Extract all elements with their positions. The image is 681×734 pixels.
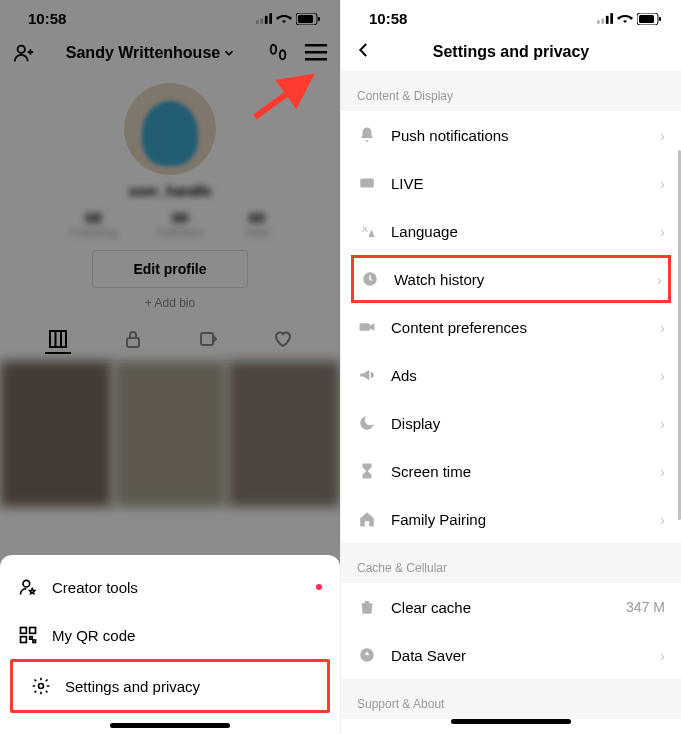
profile-header: Sandy Writtenhouse: [0, 33, 340, 73]
chevron-right-icon: ›: [660, 463, 665, 480]
chevron-right-icon: ›: [660, 127, 665, 144]
battery-icon: [296, 13, 320, 25]
row-ads[interactable]: Ads ›: [341, 351, 681, 399]
chevron-right-icon: ›: [660, 415, 665, 432]
avatar[interactable]: [124, 83, 216, 175]
content-tabs: [0, 330, 340, 361]
add-user-icon[interactable]: [12, 41, 36, 65]
video-thumbnail[interactable]: [114, 361, 226, 507]
svg-rect-13: [50, 331, 66, 347]
svg-rect-2: [265, 16, 268, 24]
svg-rect-6: [318, 17, 320, 21]
signal-icon: [256, 13, 272, 24]
svg-rect-3: [269, 13, 272, 24]
video-thumbnail[interactable]: [0, 361, 112, 507]
home-indicator: [110, 723, 230, 728]
person-star-icon: [18, 577, 38, 597]
row-family-pairing[interactable]: Family Pairing ›: [341, 495, 681, 543]
menu-sheet: Creator tools My QR code Settings and pr…: [0, 555, 340, 734]
row-screen-time[interactable]: Screen time ›: [341, 447, 681, 495]
row-data-saver[interactable]: Data Saver ›: [341, 631, 681, 679]
row-label: LIVE: [391, 175, 424, 192]
chevron-right-icon: ›: [657, 271, 662, 288]
add-bio-button[interactable]: + Add bio: [145, 296, 195, 310]
cache-size: 347 M: [626, 599, 665, 615]
svg-rect-35: [360, 323, 371, 331]
live-icon: [357, 174, 377, 192]
svg-rect-29: [610, 13, 613, 24]
signal-icon: [597, 13, 613, 24]
svg-rect-27: [601, 19, 604, 24]
status-time: 10:58: [369, 10, 407, 27]
row-label: Ads: [391, 367, 417, 384]
section-support-about: Support & About: [341, 679, 681, 719]
trash-icon: [357, 598, 377, 616]
tab-grid[interactable]: [45, 330, 71, 354]
tab-private[interactable]: [120, 330, 146, 354]
row-label: Data Saver: [391, 647, 466, 664]
svg-rect-1: [260, 19, 263, 24]
chevron-right-icon: ›: [660, 367, 665, 384]
svg-rect-17: [201, 333, 213, 345]
status-time: 10:58: [28, 10, 66, 27]
sheet-settings-privacy[interactable]: Settings and privacy: [10, 659, 330, 713]
svg-rect-31: [639, 15, 654, 23]
stats: 00Following 00Followers 00Likes: [70, 209, 269, 238]
chevron-left-icon: [355, 41, 373, 59]
sheet-qr-code[interactable]: My QR code: [0, 611, 340, 659]
row-push-notifications[interactable]: Push notifications ›: [341, 111, 681, 159]
status-bar: 10:58: [0, 0, 340, 33]
svg-rect-22: [21, 637, 27, 643]
profile-screen: 10:58 Sandy Writtenhouse user_handle 00: [0, 0, 341, 734]
tab-liked[interactable]: [270, 330, 296, 354]
settings-header: Settings and privacy: [341, 33, 681, 71]
hamburger-menu-icon[interactable]: [304, 41, 328, 65]
settings-screen: 10:58 Settings and privacy Content & Dis…: [341, 0, 681, 734]
chevron-right-icon: ›: [660, 175, 665, 192]
row-label: Watch history: [394, 271, 484, 288]
row-watch-history[interactable]: Watch history ›: [351, 255, 671, 303]
sheet-label: Creator tools: [52, 579, 138, 596]
svg-point-25: [39, 684, 44, 689]
sheet-creator-tools[interactable]: Creator tools: [0, 563, 340, 611]
svg-rect-20: [21, 628, 27, 634]
row-content-preferences[interactable]: Content preferences ›: [341, 303, 681, 351]
language-icon: [357, 222, 377, 240]
footsteps-icon[interactable]: [266, 41, 290, 65]
video-thumbnail[interactable]: [228, 361, 340, 507]
back-button[interactable]: [355, 41, 373, 63]
row-clear-cache[interactable]: Clear cache 347 M: [341, 583, 681, 631]
svg-rect-0: [256, 20, 259, 24]
row-label: Language: [391, 223, 458, 240]
data-saver-icon: [357, 646, 377, 664]
tab-reposts[interactable]: [195, 330, 221, 354]
row-live[interactable]: LIVE ›: [341, 159, 681, 207]
section-content-display: Content & Display: [341, 71, 681, 111]
svg-rect-26: [597, 20, 600, 24]
chevron-right-icon: ›: [660, 319, 665, 336]
svg-point-7: [18, 46, 25, 53]
home-icon: [357, 510, 377, 528]
chevron-down-icon: [222, 46, 236, 60]
status-icons: [597, 13, 661, 25]
wifi-icon: [276, 13, 292, 25]
profile-name-dropdown[interactable]: Sandy Writtenhouse: [66, 44, 236, 62]
status-bar: 10:58: [341, 0, 681, 33]
row-label: Screen time: [391, 463, 471, 480]
row-label: Push notifications: [391, 127, 509, 144]
edit-profile-button[interactable]: Edit profile: [92, 250, 247, 288]
svg-rect-16: [127, 338, 139, 347]
svg-rect-21: [30, 628, 36, 634]
chevron-right-icon: ›: [660, 511, 665, 528]
row-display[interactable]: Display ›: [341, 399, 681, 447]
row-language[interactable]: Language ›: [341, 207, 681, 255]
hourglass-icon: [357, 462, 377, 480]
moon-icon: [357, 414, 377, 432]
svg-rect-32: [659, 17, 661, 21]
sheet-label: My QR code: [52, 627, 135, 644]
svg-rect-24: [33, 640, 36, 643]
sheet-label: Settings and privacy: [65, 678, 200, 695]
chevron-right-icon: ›: [660, 223, 665, 240]
notification-dot: [316, 584, 322, 590]
svg-rect-10: [305, 44, 327, 47]
